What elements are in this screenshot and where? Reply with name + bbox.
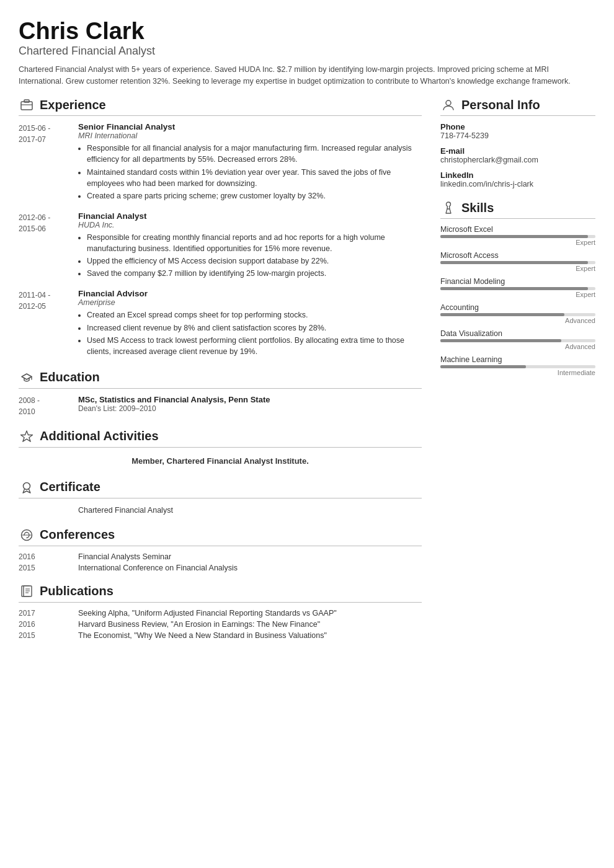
skill4-bar <box>440 313 595 316</box>
conference-item-1: 2016 Financial Analysts Seminar <box>19 552 422 561</box>
exp1-bullet-2: Maintained standard costs within 1% devi… <box>87 167 422 189</box>
skill-item-6: Machine Learning Intermediate <box>440 355 595 376</box>
experience-item-2: 2012-06 - 2015-06 Financial Analyst HUDA… <box>19 211 422 281</box>
personal-info-section: Personal Info Phone 718-774-5239 E-mail … <box>440 97 595 188</box>
experience-item-3: 2011-04 - 2012-05 Financial Advisor Amer… <box>19 289 422 358</box>
certificate-1: Chartered Financial Analyst <box>19 505 422 516</box>
conf2-year: 2015 <box>19 564 68 572</box>
activities-header: Additional Activities <box>19 428 422 448</box>
experience-icon <box>19 97 35 113</box>
pub3-text: The Economist, "Why We Need a New Standa… <box>78 631 327 640</box>
skill2-name: Microsoft Access <box>440 251 595 260</box>
skill3-bar <box>440 287 595 290</box>
skill-item-1: Microsoft Excel Expert <box>440 225 595 246</box>
skill6-fill <box>440 365 526 368</box>
svg-rect-0 <box>21 102 32 110</box>
personal-info-header: Personal Info <box>440 97 595 116</box>
exp1-start: 2015-06 - <box>19 124 50 133</box>
skill-item-5: Data Visualization Advanced <box>440 329 595 350</box>
exp1-bullet-3: Created a spare parts pricing scheme; gr… <box>87 190 422 202</box>
phone-block: Phone 718-774-5239 <box>440 122 595 140</box>
edu1-end: 2010 <box>19 407 35 416</box>
svg-rect-1 <box>24 100 29 102</box>
conf2-name: International Conference on Financial An… <box>78 564 238 572</box>
candidate-title: Chartered Financial Analyst <box>19 45 595 58</box>
skills-section: Skills Microsoft Excel Expert Microsoft … <box>440 200 595 376</box>
email-block: E-mail christopherclark@gmail.com <box>440 146 595 164</box>
pub3-year: 2015 <box>19 631 68 640</box>
skill4-level: Advanced <box>440 317 595 324</box>
personal-info-icon <box>440 97 456 113</box>
conference-item-2: 2015 International Conference on Financi… <box>19 564 422 572</box>
exp2-bullet-2: Upped the efficiency of MS Access decisi… <box>87 255 422 267</box>
publication-item-1: 2017 Seeking Alpha, "Uniform Adjusted Fi… <box>19 609 422 618</box>
personal-info-title: Personal Info <box>461 98 540 112</box>
right-column: Personal Info Phone 718-774-5239 E-mail … <box>440 97 595 388</box>
exp2-title: Financial Analyst <box>78 211 422 221</box>
skill4-name: Accounting <box>440 303 595 312</box>
activities-title: Additional Activities <box>40 429 159 443</box>
skills-header: Skills <box>440 200 595 219</box>
conferences-section: Conferences 2016 Financial Analysts Semi… <box>19 527 422 572</box>
publication-item-2: 2016 Harvard Business Review, "An Erosio… <box>19 620 422 629</box>
conf1-name: Financial Analysts Seminar <box>78 552 171 561</box>
skill-item-2: Microsoft Access Expert <box>440 251 595 272</box>
exp3-company: Ameriprise <box>78 298 422 307</box>
certificate-header: Certificate <box>19 479 422 498</box>
edu1-detail: Dean's List: 2009–2010 <box>78 404 270 413</box>
publications-title: Publications <box>40 584 113 598</box>
pub1-text: Seeking Alpha, "Uniform Adjusted Financi… <box>78 609 337 618</box>
linkedin-label: LinkedIn <box>440 170 595 180</box>
exp1-end: 2017-07 <box>19 135 46 144</box>
exp1-title: Senior Financial Analyst <box>78 122 422 131</box>
experience-section: Experience 2015-06 - 2017-07 Senior Fina… <box>19 97 422 358</box>
conferences-title: Conferences <box>40 528 115 542</box>
conferences-icon <box>19 527 35 543</box>
exp2-end: 2015-06 <box>19 224 46 233</box>
exp1-bullet-1: Responsible for all financial analysis f… <box>87 143 422 165</box>
education-title: Education <box>40 370 100 384</box>
skill6-level: Intermediate <box>440 369 595 376</box>
education-item-1: 2008 - 2010 MSc, Statistics and Financia… <box>19 395 422 417</box>
pub2-year: 2016 <box>19 620 68 629</box>
candidate-name: Chris Clark <box>19 19 595 45</box>
activities-icon <box>19 428 35 445</box>
exp2-bullets: Responsible for creating monthly financi… <box>78 232 422 280</box>
linkedin-block: LinkedIn linkedin.com/in/chris-j-clark <box>440 170 595 188</box>
education-section: Education 2008 - 2010 MSc, Statistics an… <box>19 370 422 417</box>
skill1-bar <box>440 235 595 238</box>
skill6-bar <box>440 365 595 368</box>
exp1-company: MRI International <box>78 131 422 140</box>
skills-icon <box>440 200 456 216</box>
candidate-summary: Chartered Financial Analyst with 5+ year… <box>19 64 595 87</box>
linkedin-value: linkedin.com/in/chris-j-clark <box>440 180 595 188</box>
skill2-level: Expert <box>440 265 595 272</box>
skill2-bar <box>440 261 595 264</box>
conf1-year: 2016 <box>19 552 68 561</box>
email-value: christopherclark@gmail.com <box>440 156 595 164</box>
exp2-start: 2012-06 - <box>19 213 50 222</box>
resume-header: Chris Clark Chartered Financial Analyst … <box>19 19 595 87</box>
main-content: Experience 2015-06 - 2017-07 Senior Fina… <box>19 97 595 651</box>
phone-value: 718-774-5239 <box>440 131 595 140</box>
skill5-name: Data Visualization <box>440 329 595 338</box>
exp3-start: 2011-04 - <box>19 291 50 299</box>
activities-section: Additional Activities Member, Chartered … <box>19 428 422 468</box>
exp3-bullet-3: Used MS Access to track lowest performin… <box>87 335 422 357</box>
skill6-name: Machine Learning <box>440 355 595 364</box>
skill-item-4: Accounting Advanced <box>440 303 595 324</box>
experience-header: Experience <box>19 97 422 116</box>
certificate-title: Certificate <box>40 480 100 494</box>
skill1-fill <box>440 235 588 238</box>
svg-marker-4 <box>21 431 33 441</box>
skill5-fill <box>440 339 561 342</box>
svg-point-5 <box>24 482 30 489</box>
exp3-end: 2012-05 <box>19 302 46 311</box>
publications-header: Publications <box>19 583 422 603</box>
skill3-name: Financial Modeling <box>440 277 595 286</box>
svg-point-12 <box>446 100 451 105</box>
skill5-level: Advanced <box>440 343 595 350</box>
exp3-bullet-2: Increased client revenue by 8% and clien… <box>87 322 422 334</box>
publication-item-3: 2015 The Economist, "Why We Need a New S… <box>19 631 422 640</box>
pub1-year: 2017 <box>19 609 68 618</box>
